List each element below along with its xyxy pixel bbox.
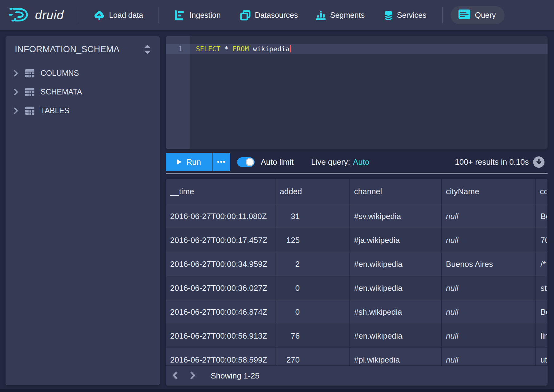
table-icon	[25, 106, 35, 115]
text-cursor	[290, 45, 291, 52]
cell-time: 2016-06-27T00:00:34.959Z	[166, 252, 275, 276]
tree-item-label: SCHEMATA	[41, 87, 82, 96]
cell-cityname: null	[442, 324, 536, 348]
sql-operator: *	[224, 45, 228, 53]
cell-cityname: null	[442, 204, 536, 228]
nav-item-label: Segments	[330, 11, 365, 20]
table-icon	[25, 87, 35, 97]
tree-item-schemata[interactable]: SCHEMATA	[6, 83, 160, 101]
table-row: 2016-06-27T00:00:17.457Z 125 #ja.wikiped…	[166, 228, 548, 252]
play-icon	[177, 159, 181, 165]
run-button[interactable]: Run	[166, 153, 212, 171]
nav-item-ingestion[interactable]: Ingestion	[174, 10, 220, 21]
cell-channel: #ja.wikipedia	[350, 228, 442, 252]
results-header-row: __time added channel cityName comment	[166, 179, 548, 204]
cell-added: 2	[275, 252, 350, 276]
sql-code-line[interactable]: SELECT * FROM wikipedia	[196, 44, 291, 54]
results-table: __time added channel cityName comment 20…	[166, 179, 548, 386]
console-icon	[458, 9, 470, 21]
tree-item-label: COLUMNS	[41, 69, 79, 78]
chevron-right-icon[interactable]	[14, 107, 19, 114]
line-number: 1	[166, 44, 190, 54]
cell-cityname: null	[442, 300, 536, 324]
cell-comment: Bot	[536, 204, 548, 228]
nav-divider	[158, 7, 159, 23]
cell-time: 2016-06-27T00:00:56.913Z	[166, 324, 275, 348]
cell-comment: Bot	[536, 300, 548, 324]
auto-limit-toggle[interactable]	[237, 157, 255, 167]
column-header-comment[interactable]: comment	[536, 179, 548, 204]
cell-time: 2016-06-27T00:00:46.874Z	[166, 300, 275, 324]
database-icon	[384, 10, 393, 21]
results-footer: Showing 1-25	[166, 365, 548, 386]
cell-added: 0	[275, 276, 350, 300]
cell-comment: link	[536, 324, 548, 348]
cell-comment: 70.	[536, 228, 548, 252]
cell-time: 2016-06-27T00:00:17.457Z	[166, 228, 275, 252]
schema-title: INFORMATION_SCHEMA	[15, 44, 119, 54]
chevron-right-icon[interactable]	[14, 70, 19, 77]
cell-channel: #sh.wikipedia	[350, 300, 442, 324]
tree-item-label: TABLES	[41, 106, 69, 115]
double-caret-vertical-icon[interactable]	[142, 45, 153, 54]
bar-chart-icon	[316, 10, 326, 21]
cell-channel: #sv.wikipedia	[350, 204, 442, 228]
chevron-left-icon	[172, 371, 178, 380]
nav-item-segments[interactable]: Segments	[316, 10, 365, 21]
sql-identifier: wikipedia	[253, 45, 289, 53]
tree-item-columns[interactable]: COLUMNS	[6, 64, 160, 83]
nav-item-label: Ingestion	[189, 11, 220, 20]
download-button[interactable]	[533, 156, 544, 168]
ellipsis-icon: •••	[217, 158, 226, 166]
next-page-button[interactable]	[186, 369, 200, 382]
table-row: 2016-06-27T00:00:36.027Z 0 #en.wikipedia…	[166, 276, 548, 300]
column-header-added[interactable]: added	[275, 179, 350, 204]
cell-added: 76	[275, 324, 350, 348]
table-row: 2016-06-27T00:00:46.874Z 0 #sh.wikipedia…	[166, 300, 548, 324]
cell-cityname: null	[442, 276, 536, 300]
cell-comment: sta	[536, 276, 548, 300]
live-query-value[interactable]: Auto	[353, 157, 369, 167]
query-toolbar: Run ••• Auto limit Live query:Auto 100+ …	[166, 153, 548, 171]
prev-page-button[interactable]	[168, 369, 182, 382]
nav-divider	[442, 7, 443, 23]
column-header-channel[interactable]: channel	[350, 179, 442, 204]
nav-item-label: Load data	[109, 11, 143, 20]
cell-comment: /* S	[536, 252, 548, 276]
column-header-time[interactable]: __time	[166, 179, 275, 204]
upload-cloud-icon	[93, 10, 105, 21]
window-bottom-edge	[0, 389, 554, 392]
nav-item-datasources[interactable]: Datasources	[240, 10, 298, 21]
druid-logo-icon	[9, 6, 31, 24]
cell-cityname: Buenos Aires	[442, 252, 536, 276]
nav-divider	[78, 7, 78, 23]
nav-item-query[interactable]: Query	[451, 6, 504, 24]
results-summary: 100+ results in 0.10s	[455, 153, 529, 171]
table-row: 2016-06-27T00:00:56.913Z 76 #en.wikipedi…	[166, 324, 548, 348]
top-nav-bar: druid Load data	[0, 0, 554, 31]
toggle-knob	[246, 158, 254, 166]
run-more-button[interactable]: •••	[213, 153, 230, 171]
column-header-cityname[interactable]: cityName	[442, 179, 536, 204]
sql-editor[interactable]: 1 SELECT * FROM wikipedia	[166, 36, 548, 149]
tree-item-tables[interactable]: TABLES	[6, 101, 160, 120]
live-query: Live query:Auto	[311, 153, 369, 171]
cell-cityname: null	[442, 228, 536, 252]
chevron-right-icon[interactable]	[14, 89, 19, 95]
cell-added: 0	[275, 300, 350, 324]
pane-splitter-handle[interactable]	[166, 173, 548, 174]
run-button-label: Run	[186, 157, 201, 167]
cell-channel: #en.wikipedia	[350, 252, 442, 276]
schema-tree-panel: INFORMATION_SCHEMA	[6, 36, 160, 385]
nav-item-label: Datasources	[255, 11, 298, 20]
nav-item-load-data[interactable]: Load data	[93, 10, 143, 21]
showing-label: Showing 1-25	[211, 366, 259, 386]
live-query-label: Live query:	[311, 157, 350, 167]
nav-item-services[interactable]: Services	[384, 10, 427, 21]
table-row: 2016-06-27T00:00:11.080Z 31 #sv.wikipedi…	[166, 204, 548, 228]
cell-time: 2016-06-27T00:00:11.080Z	[166, 204, 275, 228]
druid-console: druid Load data	[0, 0, 554, 392]
table-row: 2016-06-27T00:00:34.959Z 2 #en.wikipedia…	[166, 252, 548, 276]
stacked-squares-icon	[240, 10, 251, 21]
cell-added: 31	[275, 204, 350, 228]
